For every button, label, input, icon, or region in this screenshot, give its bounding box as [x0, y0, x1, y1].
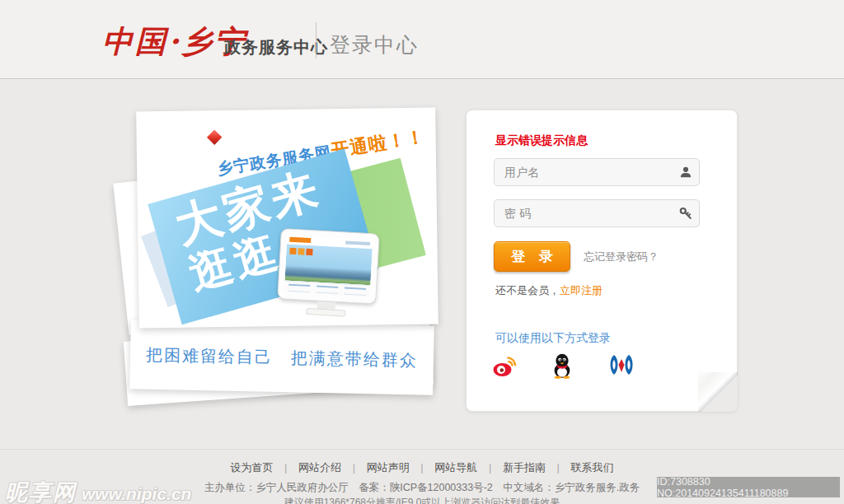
- tagline-card: 把困难留给自己 把满意带给群众: [129, 320, 434, 395]
- username-input[interactable]: [494, 158, 700, 186]
- monitor-site-nav: [345, 240, 370, 245]
- password-input[interactable]: [494, 199, 700, 227]
- header-divider: [316, 22, 316, 58]
- footer-link-statement[interactable]: 网站声明: [367, 461, 410, 474]
- footer-links: 设为首页 | 网站介绍 | 网站声明 | 网站导航 | 新手指南 | 联系我们: [0, 460, 844, 475]
- footer-separator: |: [489, 461, 491, 474]
- third-party-login-icon[interactable]: [607, 352, 633, 379]
- header: 中国·乡宁 政务服务中心 登录中心: [0, 0, 844, 79]
- red-gem-icon: [207, 130, 222, 145]
- footer-separator: |: [284, 461, 287, 474]
- monitor-tile: [298, 248, 304, 254]
- login-panel: 显示错误提示信息 登 录 忘记登录密码？ 还不是会员，立即注册: [466, 110, 738, 412]
- monitor-frame: [277, 228, 380, 305]
- site-watermark: 昵享网www.nipic.cn: [5, 478, 191, 504]
- footer-link-home[interactable]: 设为首页: [230, 461, 273, 474]
- footer-link-contact[interactable]: 联系我们: [571, 461, 614, 474]
- monitor-site-logo: [289, 237, 311, 243]
- image-id-band: ID:7308830 NO:20140924135411180889: [657, 477, 840, 497]
- user-icon: [679, 166, 692, 179]
- monitor-footer-column: [316, 286, 338, 294]
- monitor-stand-base: [306, 308, 345, 317]
- login-button[interactable]: 登 录: [494, 241, 570, 272]
- monitor-footer-column: [345, 287, 366, 295]
- footer-link-about[interactable]: 网站介绍: [298, 461, 341, 474]
- password-field-wrap: [494, 199, 700, 227]
- forgot-password-link[interactable]: 忘记登录密码？: [584, 250, 659, 264]
- promo-card: 乡宁政务服务网开通啦！！ 大家来 逛逛: [136, 107, 438, 328]
- register-link[interactable]: 立即注册: [560, 284, 603, 296]
- page-title: 登录中心: [330, 31, 419, 58]
- login-methods-title: 可以使用以下方式登录: [495, 331, 611, 346]
- monitor-tile: [289, 248, 296, 254]
- weibo-login-icon[interactable]: [492, 352, 518, 379]
- register-prefix: 还不是会员，: [495, 284, 560, 296]
- footer-separator: |: [353, 461, 355, 474]
- monitor-footer-column: [288, 284, 310, 292]
- qq-login-icon[interactable]: [549, 352, 575, 379]
- username-field-wrap: [494, 158, 700, 186]
- key-icon: [679, 207, 692, 220]
- register-line: 还不是会员，立即注册: [495, 283, 603, 298]
- brand-suffix: 政务服务中心: [224, 36, 328, 58]
- footer-separator: |: [420, 461, 423, 474]
- error-message: 显示错误提示信息: [495, 133, 588, 148]
- footer-link-sitemap[interactable]: 网站导航: [434, 461, 477, 474]
- login-page: 中国·乡宁 政务服务中心 登录中心 把困难留给自己 把满意带给群众 乡宁政务服务…: [0, 0, 844, 504]
- watermark-url: www.nipic.cn: [82, 484, 191, 503]
- monitor-tile: [306, 249, 312, 255]
- watermark-site-name: 昵享网: [5, 480, 77, 504]
- page-curl: [698, 372, 738, 412]
- footer-link-guide[interactable]: 新手指南: [503, 461, 546, 474]
- monitor-screen: [284, 235, 373, 297]
- footer-separator: |: [557, 461, 560, 474]
- tagline-text: 把困难留给自己 把满意带给群众: [146, 343, 418, 371]
- monitor-illustration: [276, 228, 380, 321]
